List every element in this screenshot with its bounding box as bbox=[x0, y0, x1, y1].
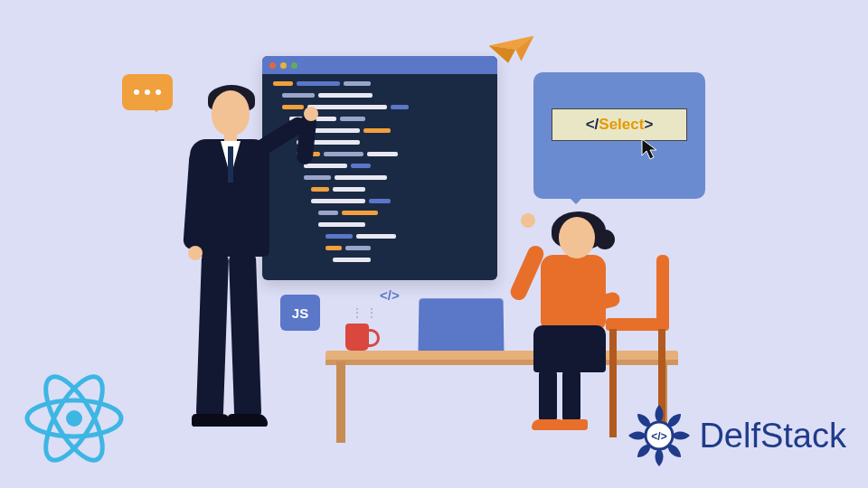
desk-leg bbox=[336, 361, 345, 443]
delfstack-brand: </> DelfStack bbox=[627, 403, 846, 468]
person-standing bbox=[154, 90, 307, 443]
svg-point-7 bbox=[66, 410, 82, 427]
brand-glyph: </> bbox=[652, 430, 667, 443]
angle-close: > bbox=[644, 116, 653, 134]
select-keyword: Select bbox=[599, 116, 644, 134]
react-logo-icon bbox=[20, 369, 128, 472]
brand-name-light: Stack bbox=[760, 417, 846, 455]
cursor-icon bbox=[640, 137, 660, 164]
laptop-icon bbox=[419, 298, 511, 356]
select-tag-box: </Select> bbox=[552, 108, 687, 141]
svg-marker-3 bbox=[642, 139, 656, 159]
steam-icon: ⋮⋮ bbox=[351, 305, 380, 320]
angle-open: < bbox=[586, 116, 595, 134]
dot-icon bbox=[134, 89, 139, 95]
speech-bubble: </Select> bbox=[533, 72, 705, 199]
window-chrome bbox=[262, 56, 497, 74]
paper-plane-icon bbox=[486, 30, 535, 72]
brand-name: DelfStack bbox=[699, 417, 846, 455]
code-tag-icon: </> bbox=[380, 287, 400, 303]
coffee-mug-icon bbox=[345, 324, 369, 351]
dot-icon bbox=[145, 89, 150, 95]
brand-emblem-icon: </> bbox=[627, 403, 692, 468]
window-dot-close-icon bbox=[269, 62, 276, 69]
window-dot-max-icon bbox=[291, 62, 297, 69]
illustration-stage: </Select> JS </> ⋮⋮ bbox=[0, 0, 868, 488]
brand-name-strong: Delf bbox=[699, 417, 760, 455]
window-dot-min-icon bbox=[280, 62, 287, 69]
